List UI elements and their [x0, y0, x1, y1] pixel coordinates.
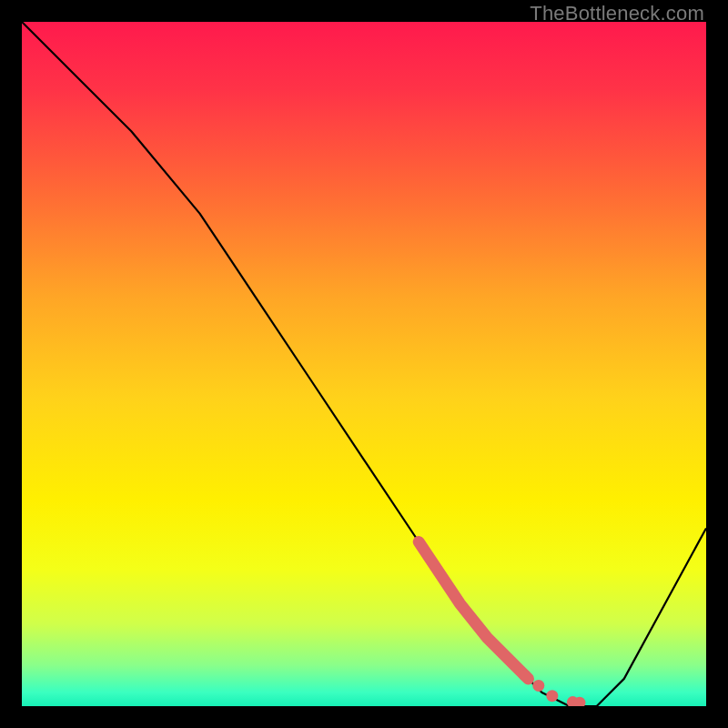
highlight-dot — [532, 680, 544, 692]
chart-frame — [22, 22, 706, 706]
watermark-text: TheBottleneck.com — [530, 2, 704, 25]
chart-svg — [22, 22, 706, 706]
highlight-dot — [519, 670, 531, 682]
highlight-dot — [546, 690, 558, 702]
